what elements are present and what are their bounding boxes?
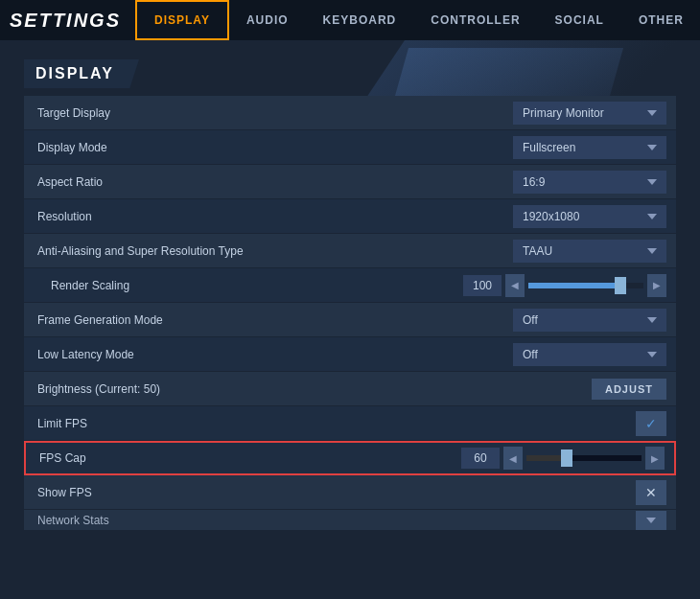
- label-target-display: Target Display: [24, 106, 513, 120]
- dropdown-arrow-target-display: [647, 110, 657, 116]
- dropdown-network-stats[interactable]: [636, 511, 666, 530]
- row-fps-cap: FPS Cap 60 ◀ ▶: [24, 441, 676, 475]
- nav-bar: SETTINGS DISPLAY AUDIO KEYBOARD CONTROLL…: [0, 0, 700, 40]
- app-logo: SETTINGS: [10, 10, 121, 32]
- control-limit-fps: ✓: [636, 411, 676, 436]
- slider-left-fps-cap[interactable]: ◀: [503, 447, 523, 470]
- label-render-scaling: Render Scaling: [24, 279, 463, 292]
- label-aspect-ratio: Aspect Ratio: [24, 175, 513, 189]
- label-limit-fps: Limit FPS: [24, 417, 636, 430]
- dropdown-value-display-mode: Fullscreen: [523, 141, 640, 154]
- tab-other[interactable]: OTHER: [621, 0, 700, 40]
- row-target-display: Target Display Primary Monitor: [24, 96, 676, 130]
- label-low-latency: Low Latency Mode: [24, 348, 513, 361]
- dropdown-value-frame-generation: Off: [523, 313, 640, 327]
- value-fps-cap: 60: [461, 448, 500, 469]
- dropdown-target-display[interactable]: Primary Monitor: [513, 102, 666, 125]
- label-anti-aliasing: Anti-Aliasing and Super Resolution Type: [24, 244, 513, 258]
- main-content: DISPLAY Target Display Primary Monitor D…: [0, 40, 700, 550]
- value-render-scaling: 100: [463, 275, 502, 296]
- tab-display[interactable]: DISPLAY: [135, 0, 229, 40]
- tab-audio[interactable]: AUDIO: [229, 0, 306, 40]
- control-brightness: ADJUST: [592, 379, 676, 400]
- row-low-latency: Low Latency Mode Off: [24, 337, 676, 372]
- dropdown-arrow-frame-generation: [647, 317, 657, 323]
- label-network-stats: Network Stats: [24, 514, 636, 527]
- row-anti-aliasing: Anti-Aliasing and Super Resolution Type …: [24, 234, 676, 268]
- slider-track-render-scaling[interactable]: [528, 283, 643, 288]
- slider-left-render-scaling[interactable]: ◀: [505, 274, 525, 297]
- dropdown-arrow-aspect-ratio: [647, 179, 657, 185]
- dropdown-arrow-resolution: [647, 214, 657, 219]
- row-render-scaling: Render Scaling 100 ◀ ▶: [24, 268, 676, 303]
- dropdown-resolution[interactable]: 1920x1080: [513, 205, 666, 228]
- control-show-fps: ✕: [636, 480, 676, 505]
- dropdown-arrow-anti-aliasing: [647, 248, 657, 254]
- row-display-mode: Display Mode Fullscreen: [24, 130, 676, 165]
- nav-tabs: DISPLAY AUDIO KEYBOARD CONTROLLER SOCIAL…: [135, 0, 700, 40]
- dropdown-value-low-latency: Off: [523, 348, 640, 361]
- dropdown-frame-generation[interactable]: Off: [513, 309, 666, 332]
- label-show-fps: Show FPS: [24, 486, 636, 499]
- label-brightness: Brightness (Current: 50): [24, 382, 592, 396]
- dropdown-value-anti-aliasing: TAAU: [523, 244, 640, 258]
- slider-right-fps-cap[interactable]: ▶: [645, 447, 665, 470]
- label-display-mode: Display Mode: [24, 141, 513, 154]
- x-button-show-fps[interactable]: ✕: [636, 480, 666, 505]
- tab-controller[interactable]: CONTROLLER: [413, 0, 537, 40]
- row-aspect-ratio: Aspect Ratio 16:9: [24, 165, 676, 199]
- control-low-latency: Off: [513, 343, 676, 366]
- control-network-stats: [636, 511, 676, 530]
- section-title: DISPLAY: [24, 59, 129, 88]
- control-display-mode: Fullscreen: [513, 136, 676, 159]
- row-network-stats: Network Stats: [24, 510, 676, 531]
- row-resolution: Resolution 1920x1080: [24, 199, 676, 234]
- row-show-fps: Show FPS ✕: [24, 475, 676, 510]
- slider-thumb-render-scaling[interactable]: [615, 277, 626, 294]
- dropdown-display-mode[interactable]: Fullscreen: [513, 136, 666, 159]
- control-frame-generation: Off: [513, 309, 676, 332]
- dropdown-aspect-ratio[interactable]: 16:9: [513, 171, 666, 194]
- slider-track-fps-cap[interactable]: [526, 455, 642, 461]
- control-aspect-ratio: 16:9: [513, 171, 676, 194]
- dropdown-value-aspect-ratio: 16:9: [523, 175, 640, 189]
- tab-social[interactable]: SOCIAL: [538, 0, 621, 40]
- dropdown-value-resolution: 1920x1080: [523, 210, 640, 223]
- dropdown-arrow-low-latency: [647, 352, 657, 357]
- dropdown-arrow-display-mode: [647, 145, 657, 150]
- label-resolution: Resolution: [24, 210, 513, 223]
- row-limit-fps: Limit FPS ✓: [24, 406, 676, 441]
- adjust-button-brightness[interactable]: ADJUST: [592, 379, 666, 400]
- dropdown-value-target-display: Primary Monitor: [523, 106, 640, 120]
- control-target-display: Primary Monitor: [513, 102, 676, 125]
- label-fps-cap: FPS Cap: [26, 451, 461, 465]
- slider-thumb-fps-cap[interactable]: [561, 449, 572, 467]
- section-header: DISPLAY: [24, 59, 676, 88]
- row-frame-generation: Frame Generation Mode Off: [24, 303, 676, 337]
- control-fps-cap: 60 ◀ ▶: [461, 447, 674, 470]
- dropdown-arrow-network-stats: [646, 518, 656, 523]
- control-render-scaling: 100 ◀ ▶: [463, 274, 676, 297]
- dropdown-low-latency[interactable]: Off: [513, 343, 666, 366]
- slider-fill-render-scaling: [528, 283, 620, 288]
- control-resolution: 1920x1080: [513, 205, 676, 228]
- row-brightness: Brightness (Current: 50) ADJUST: [24, 372, 676, 406]
- check-button-limit-fps[interactable]: ✓: [636, 411, 666, 436]
- label-frame-generation: Frame Generation Mode: [24, 313, 513, 327]
- control-anti-aliasing: TAAU: [513, 240, 676, 263]
- tab-keyboard[interactable]: KEYBOARD: [306, 0, 414, 40]
- slider-right-render-scaling[interactable]: ▶: [647, 274, 666, 297]
- dropdown-anti-aliasing[interactable]: TAAU: [513, 240, 666, 263]
